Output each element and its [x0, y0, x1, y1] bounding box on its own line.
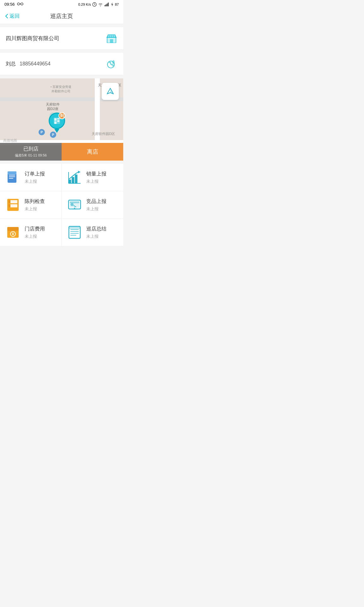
svg-rect-32 [9, 178, 13, 179]
order-report-status: 未上报 [25, 179, 45, 184]
menu-item-store-expense[interactable]: ¥ 门店费用 未上报 [0, 219, 62, 246]
svg-text:¥: ¥ [12, 232, 14, 236]
arrived-label: 已到店 [23, 146, 39, 152]
svg-rect-61 [69, 226, 80, 229]
pin-circle: 到 [49, 113, 65, 129]
contact-name: 刘总 [6, 61, 16, 67]
svg-rect-34 [69, 180, 71, 183]
svg-rect-47 [70, 201, 79, 203]
competitor-report-icon [67, 198, 82, 212]
menu-item-sales-report[interactable]: 销量上报 未上报 [62, 164, 123, 191]
company-card: 四川辉图商贸有限公司 [0, 27, 123, 50]
tour-summary-title: 巡店总结 [86, 226, 106, 232]
map-container: 天府软件园D区 天府软件园D2座 • 百家安业劳道外勤软件公司 天府软件园D区 … [0, 78, 123, 161]
svg-marker-37 [78, 171, 81, 173]
svg-rect-31 [9, 176, 15, 177]
svg-rect-30 [9, 175, 15, 175]
map-poi-3: • 百家安业劳道外勤软件公司 [51, 85, 71, 93]
status-right: 0.29 K/s 87 [78, 2, 119, 7]
competitor-report-status: 未上报 [86, 206, 106, 212]
svg-rect-35 [72, 177, 74, 183]
menu-item-tour-summary[interactable]: 巡店总结 未上报 [62, 219, 123, 246]
svg-rect-43 [9, 200, 10, 203]
pin-label: 到 [58, 112, 65, 119]
pin-tail [54, 129, 59, 133]
svg-rect-22 [54, 118, 57, 121]
status-speed: 0.29 K/s [78, 3, 91, 6]
navigate-button[interactable] [102, 83, 119, 100]
menu-item-competitor-report[interactable]: 竞品上报 未上报 [62, 191, 123, 219]
svg-rect-25 [54, 121, 57, 124]
order-report-icon [6, 170, 20, 185]
map-actions: 已到店 偏差5米 01-11 09:56 离店 [0, 143, 123, 161]
competitor-report-title: 竞品上报 [86, 198, 106, 205]
tour-summary-icon [67, 225, 82, 240]
svg-rect-33 [8, 171, 16, 175]
signal-icon [104, 2, 109, 7]
company-name: 四川辉图商贸有限公司 [6, 35, 59, 42]
contact-phone: 18856449654 [20, 61, 51, 67]
leave-label: 离店 [87, 148, 98, 156]
svg-rect-3 [105, 5, 106, 6]
store-expense-title: 门店费用 [25, 226, 45, 232]
svg-rect-5 [107, 3, 108, 6]
infinity-icon [17, 2, 24, 7]
back-button[interactable]: 返回 [5, 13, 20, 20]
back-label: 返回 [9, 13, 20, 20]
svg-marker-7 [111, 3, 113, 6]
competitor-report-text: 竞品上报 未上报 [86, 198, 106, 212]
status-time: 09:56 [4, 2, 15, 7]
clock-icon [92, 2, 97, 7]
contact-card: 刘总 18856449654 [0, 53, 123, 75]
sales-report-status: 未上报 [86, 179, 106, 184]
parking-icon: P [39, 129, 45, 135]
svg-rect-6 [108, 3, 109, 6]
svg-rect-4 [106, 4, 106, 6]
menu-item-display-check[interactable]: 陈列检查 未上报 [0, 191, 62, 219]
contact-info: 刘总 18856449654 [6, 61, 51, 67]
map-watermark: 高德地图 [3, 138, 17, 143]
svg-line-2 [94, 4, 95, 5]
order-report-text: 订单上报 未上报 [25, 171, 45, 184]
status-left: 09:56 [4, 2, 24, 7]
sales-report-icon [67, 170, 82, 185]
leave-button[interactable]: 离店 [62, 143, 123, 161]
store-expense-text: 门店费用 未上报 [25, 226, 45, 239]
menu-item-order-report[interactable]: 订单上报 未上报 [0, 164, 62, 191]
battery-level: 87 [115, 3, 119, 6]
location-pin: 到 [49, 113, 65, 133]
svg-point-48 [70, 203, 74, 206]
svg-rect-23 [57, 118, 59, 120]
order-report-title: 订单上报 [25, 171, 45, 177]
display-check-icon [6, 198, 20, 212]
phone-icon[interactable] [106, 58, 118, 70]
store-icon [106, 32, 118, 44]
tour-summary-text: 巡店总结 未上报 [86, 226, 106, 239]
store-expense-icon: ¥ [6, 225, 20, 240]
store-expense-status: 未上报 [25, 234, 45, 239]
arrived-sub: 偏差5米 01-11 09:56 [15, 153, 47, 158]
display-check-text: 陈列检查 未上报 [25, 198, 45, 212]
svg-rect-44 [9, 204, 10, 207]
map-poi-4: 天府软件园D区 [92, 132, 115, 136]
page-header: 返回 巡店主页 [0, 9, 123, 24]
svg-rect-24 [57, 120, 59, 122]
sales-report-title: 销量上报 [86, 171, 106, 177]
display-check-title: 陈列检查 [25, 198, 45, 205]
svg-rect-10 [110, 39, 113, 43]
page-title: 巡店主页 [50, 12, 73, 20]
charging-icon [111, 2, 114, 7]
svg-rect-36 [75, 175, 77, 183]
arrived-button[interactable]: 已到店 偏差5米 01-11 09:56 [0, 143, 62, 161]
svg-rect-53 [7, 227, 19, 231]
tour-summary-status: 未上报 [86, 234, 106, 239]
wifi-icon [98, 2, 103, 7]
status-bar: 09:56 0.29 K/s 87 [0, 0, 123, 9]
sales-report-text: 销量上报 未上报 [86, 171, 106, 184]
display-check-status: 未上报 [25, 206, 45, 212]
menu-grid: 订单上报 未上报 销量上报 未上报 [0, 164, 123, 246]
